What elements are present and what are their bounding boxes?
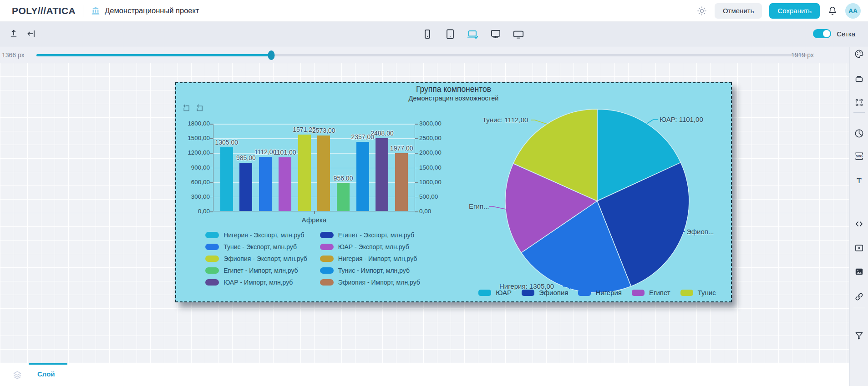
legend-item[interactable]: Эфиопия - Экспорт, млн.руб [205,255,307,262]
palette-icon[interactable] [854,49,864,59]
project-title: Демонстрационный проект [105,6,199,15]
notifications-bell-icon[interactable] [827,5,838,16]
legend-swatch [320,232,334,238]
pie-leader-line [679,231,685,234]
bar-Нигерия - Импорт, млн,руб: 2573,00 [317,124,330,211]
undo-frame-icon[interactable] [195,103,204,113]
bar-Египет - Экспорт, млн.руб: 985,00 [239,124,252,211]
legend-item[interactable]: Тунис - Экспорт, млн.руб [205,243,307,251]
right-axis-tick-label: 1500,00 [419,164,456,171]
grid-toggle[interactable] [813,29,831,38]
device-phone-icon[interactable] [421,28,434,41]
legend-item[interactable]: Тунис - Импорт, млн,руб [320,267,420,274]
pie-slice-Египет [505,164,597,253]
pie-callout-Египет: Егип... [469,202,489,210]
device-tv-icon[interactable] [512,28,525,41]
bar-rect [356,142,369,211]
legend-swatch [205,244,219,250]
legend-swatch [205,267,219,274]
legend-label: Эфиопия [539,289,568,296]
bar-Эфиопия - Экспорт, млн.руб: 1571,25 [298,124,311,211]
right-axis-tick-label: 2000,00 [419,149,456,156]
bar-rect [376,138,388,211]
bar-rect [298,135,311,211]
chart-pie-icon[interactable] [854,128,864,139]
tab-layer[interactable]: Слой [32,369,61,379]
left-axis-tick-label: 1200,00 [176,149,210,156]
sidebar-divider [853,308,865,308]
components-icon[interactable] [854,74,864,84]
device-laptop-icon[interactable] [467,28,479,41]
text-icon[interactable]: T [854,175,864,186]
upload-icon[interactable] [8,28,19,39]
pie-callout-Эфиопия: Эфиоп... [686,228,714,236]
group-select-icon[interactable] [854,97,864,108]
pie-leader-line [531,120,547,124]
grid-toggle-label: Сетка [837,30,855,38]
device-desktop-icon[interactable] [489,28,502,41]
bar-value-label: 2488,00 [371,130,394,137]
user-avatar[interactable]: AA [845,3,861,19]
legend-item[interactable]: Эфиопия - Импорт, млн,руб [320,279,420,286]
legend-swatch [320,279,334,286]
code-icon[interactable] [854,219,864,229]
add-frame-icon[interactable] [182,103,191,113]
app-logo: POLY///ATICA [12,5,76,16]
bar-rect [279,157,291,211]
sidebar-divider [853,112,865,113]
legend-item[interactable]: Нигерия - Экспорт, млн.руб [205,231,307,239]
legend-swatch [205,256,219,262]
bar-plot: 1305,00985,001112,001101,001571,252573,0… [213,124,415,211]
image-icon[interactable] [854,266,864,277]
filter-icon[interactable] [854,331,864,341]
legend-label: ЮАР - Экспорт, млн.руб [338,243,409,251]
editor-canvas: Группа компонентов Демонстрация возможно… [0,63,849,363]
cancel-button[interactable]: Отменить [715,3,762,19]
legend-item[interactable]: ЮАР - Экспорт, млн.руб [320,243,420,251]
canvas-width-slider-row: 1366 px 1919 px [0,47,849,63]
legend-label: ЮАР - Импорт, млн,руб [223,279,293,286]
legend-item[interactable]: Египет - Импорт, млн,руб [205,267,307,274]
component-group[interactable]: Группа компонентов Демонстрация возможно… [175,82,732,302]
svg-icon[interactable]: SVG [854,151,864,161]
save-button[interactable]: Сохранить [769,3,820,19]
media-icon[interactable] [854,243,864,253]
collapse-left-icon[interactable] [25,28,36,39]
pie-legend-item[interactable]: Тунис [680,289,716,296]
pie-leader-line [489,206,506,209]
right-axis-tick-label: 500,00 [419,193,456,200]
pie-legend-item[interactable]: Эфиопия [522,289,568,296]
bar-value-label: 985,00 [236,154,256,161]
bar-rect [317,135,330,211]
legend-label: Тунис - Импорт, млн,руб [338,267,410,274]
link-icon[interactable] [854,291,864,302]
legend-label: Тунис [698,289,716,296]
bar-value-label: 1977,00 [390,145,413,152]
legend-swatch [578,290,591,296]
active-tab-indicator [29,363,67,365]
slider-max-label: 1919 px [791,51,814,59]
width-slider-handle[interactable] [268,50,275,60]
axis-tickmark [415,168,418,169]
legend-item[interactable]: Нигерия - Импорт, млн,руб [320,255,420,262]
width-slider[interactable] [36,54,807,56]
legend-swatch [320,244,334,250]
layers-icon[interactable] [12,370,23,382]
legend-item[interactable]: ЮАР - Импорт, млн,руб [205,279,307,286]
axis-tickmark [210,211,213,212]
bar-rect [239,163,252,211]
slider-min-label: 1366 px [2,51,25,59]
pie-callout-Тунис: Тунис: 1112,00 [482,116,528,124]
bar-rect [220,147,233,211]
pie-legend-item[interactable]: ЮАР [478,289,512,296]
legend-item[interactable]: Египет - Экспорт, млн.руб [320,231,420,239]
bar-Эфиопия - Импорт, млн,руб: 1977,00 [395,124,408,211]
axis-tickmark [415,197,418,198]
pie-legend-item[interactable]: Нигерия [578,289,622,296]
legend-swatch [680,290,693,296]
pie-legend-item[interactable]: Египет [632,289,670,296]
settings-gear-icon[interactable] [696,5,707,16]
components-sidebar: SVGT [849,47,868,386]
bar-value-label: 956,00 [334,175,353,182]
device-tablet-icon[interactable] [444,28,457,41]
